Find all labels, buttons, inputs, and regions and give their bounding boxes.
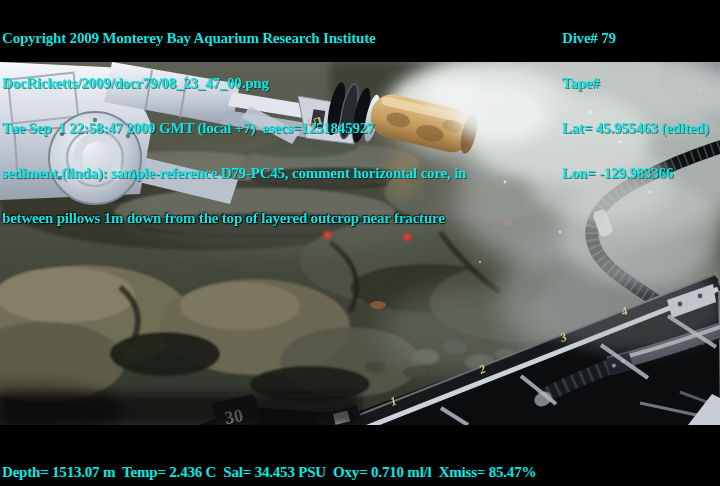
overlay-top-right: Dive# 79 Tape# Lat= 45.955463 (edited) L… xyxy=(562,1,709,211)
orange-sediment-patch xyxy=(370,301,386,309)
copyright-line: Copyright 2009 Monterey Bay Aquarium Res… xyxy=(2,31,466,46)
annotation-line-2: between pillows 1m down from the top of … xyxy=(2,211,466,226)
rov-video-frame: 1 2 3 4 30 xyxy=(0,0,720,486)
annotation-line-1: sediment (linda): sample-reference D79-P… xyxy=(2,166,466,181)
longitude: Lon= -129.983366 xyxy=(562,166,709,181)
overlay-top-left: Copyright 2009 Monterey Bay Aquarium Res… xyxy=(2,1,466,256)
file-path-line: DocRicketts/2009/docr79/08_23_47_00.png xyxy=(2,76,466,91)
haze-over-tray xyxy=(535,262,720,352)
latitude: Lat= 45.955463 (edited) xyxy=(562,121,709,136)
tape-number: Tape# xyxy=(562,76,709,91)
telemetry-bottom-line: Depth= 1513.07 m Temp= 2.436 C Sal= 34.4… xyxy=(2,465,536,480)
timestamp-line: Tue Sep 1 22:58:47 2009 GMT (local +7) e… xyxy=(2,121,466,136)
dive-number: Dive# 79 xyxy=(562,31,709,46)
